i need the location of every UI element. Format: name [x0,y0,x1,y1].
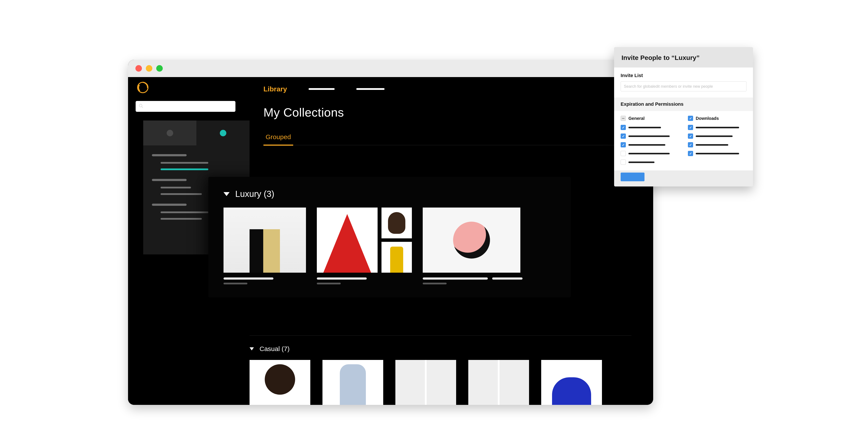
tree-item[interactable] [161,162,208,164]
collection-thumb[interactable] [541,360,602,405]
collection-thumb[interactable] [381,242,412,273]
checkbox-indeterminate-icon[interactable] [621,116,626,121]
perm-item [696,127,739,128]
perm-item [628,144,665,146]
subtab-grouped[interactable]: Grouped [264,133,293,146]
top-nav: Library [264,77,639,101]
checkbox[interactable] [688,133,693,139]
svg-line-2 [142,106,143,108]
collection-thumb[interactable] [317,208,378,273]
collection-subtabs: Grouped [264,133,639,145]
dialog-title: Invite People to “Luxury” [614,47,753,67]
app-logo-icon [137,82,149,94]
thumb-subtitle [423,283,446,284]
perm-item [628,127,661,128]
collection-thumb[interactable] [381,208,412,238]
window-minimize-icon[interactable] [146,65,152,72]
divider [250,335,631,336]
collection-thumb[interactable] [223,208,306,273]
checkbox[interactable] [621,160,626,165]
checkbox[interactable] [621,151,626,156]
sidebar-tab-2[interactable] [196,121,250,146]
main-content: Library My Collections Grouped Luxury (3… [250,77,653,405]
nav-tab-library[interactable]: Library [264,85,287,93]
tree-item[interactable] [161,187,191,188]
perm-item [628,135,670,137]
tree-item[interactable] [161,193,202,195]
nav-tab[interactable] [356,88,384,90]
collection-thumb[interactable] [250,360,310,405]
sidebar-tab-1[interactable] [143,121,196,146]
checkbox[interactable] [688,151,693,156]
invite-submit-button[interactable] [621,173,645,181]
tree-item[interactable] [161,218,202,220]
collection-thumb[interactable] [423,208,520,273]
perm-item [628,161,654,163]
perm-col-downloads: Downloads [696,116,719,121]
perm-item [696,135,733,137]
perm-item [628,153,670,154]
dot-icon [220,130,226,136]
collection-thumb[interactable] [468,360,529,405]
app-window: Library My Collections Grouped Luxury (3… [128,60,653,405]
checkbox[interactable] [688,116,693,121]
perm-item [696,153,739,154]
tree-heading [152,179,187,181]
tree-heading [152,204,187,206]
thumb-title [317,277,367,280]
checkbox[interactable] [621,142,626,147]
group-title: Casual (7) [259,345,289,352]
thumb-title [423,277,488,280]
dot-icon [167,130,173,136]
nav-tab[interactable] [309,88,335,90]
collection-thumb[interactable] [322,360,383,405]
permissions-heading: Expiration and Permissions [614,97,753,111]
thumb-title [223,277,273,280]
checkbox[interactable] [688,142,693,147]
search-icon [139,103,144,109]
tree-heading [152,154,187,156]
checkbox[interactable] [688,125,693,130]
group-casual: Casual (7) [250,335,631,405]
window-titlebar [128,60,653,77]
thumb-subtitle [223,283,247,284]
page-title: My Collections [264,105,639,119]
chevron-down-icon[interactable] [223,192,229,196]
invite-dialog: Invite People to “Luxury” Invite List Ex… [614,47,753,186]
sidebar-search[interactable] [135,101,236,112]
tree-item[interactable] [161,211,208,213]
window-close-icon[interactable] [135,65,142,72]
group-title: Luxury (3) [235,189,274,199]
perm-col-general: General [628,116,645,121]
thumb-title [492,277,523,280]
checkbox[interactable] [621,125,626,130]
invite-search-input[interactable] [621,82,746,91]
tree-item[interactable] [161,168,208,170]
chevron-down-icon[interactable] [250,347,254,350]
group-card-luxury: Luxury (3) [208,177,571,298]
invite-list-label: Invite List [621,73,746,79]
window-zoom-icon[interactable] [156,65,163,72]
thumb-subtitle [317,283,341,284]
svg-point-1 [139,104,142,107]
perm-item [696,144,728,146]
collection-thumb[interactable] [395,360,456,405]
checkbox[interactable] [621,133,626,139]
